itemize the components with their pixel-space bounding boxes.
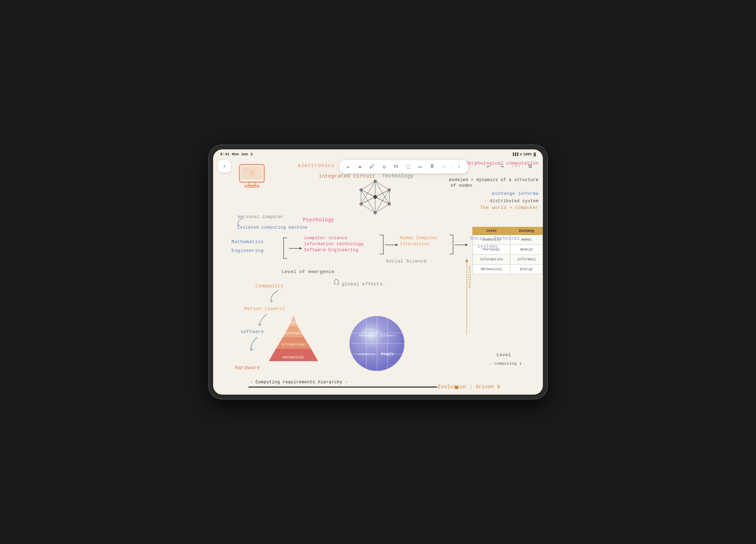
svg-text:Social: Social (288, 321, 299, 324)
redo-button[interactable]: ↪ (496, 161, 508, 172)
marker-tool[interactable]: 🖊 (368, 162, 377, 171)
network-graph (354, 178, 396, 220)
pencil-tool[interactable]: ✏ (344, 162, 353, 171)
software-label-text: software (241, 329, 264, 334)
signal-icon: ▐▐▐ (512, 153, 518, 156)
back-icon: ‹ (223, 163, 226, 169)
cs-arrow (385, 243, 399, 247)
wifi-icon: ≋ (520, 152, 522, 156)
undo-button[interactable]: ↩ (482, 161, 494, 172)
interaction-text: Interaction (400, 242, 430, 247)
progress-bar (248, 387, 437, 388)
meaning-cell: meanin (510, 245, 543, 255)
svg-line-19 (361, 181, 375, 190)
isolated-machine-text: isolated computing machine (237, 225, 308, 230)
canvas-area: mechanical informational Psychological S… (213, 149, 543, 395)
person-arrow (253, 312, 270, 326)
human-computer-text: Human Computer (400, 236, 438, 241)
level-header: Level (473, 227, 510, 235)
svg-text:Psychological: Psychological (281, 332, 306, 335)
more-options-button[interactable]: ··· (510, 161, 522, 172)
svg-text:community: community (358, 353, 375, 356)
evolution-arrow (464, 259, 470, 336)
energy-cell: Energy (510, 265, 543, 274)
pen-tool[interactable]: ✒ (356, 162, 365, 171)
the-world-computer-text: The world ≈ computer (480, 205, 539, 210)
top-right-controls: ↩ ↪ ··· ⧉ (482, 161, 536, 172)
hardware-label-text: Hardware (235, 365, 260, 371)
right-bracket-2 (448, 234, 455, 255)
software-arrow (245, 335, 262, 351)
person-text: Person (users) (244, 306, 285, 311)
informati-cell: informati (510, 255, 543, 265)
software-eng-text: Software Engineering (304, 248, 358, 253)
ipad-screen: 9:41 Mon Jun 3 ▐▐▐ ≋ 100% ▓ ‹ ✏ ✒ 🖊 ◇ Tt… (213, 149, 543, 395)
community-arrow (264, 289, 282, 303)
swirl-icon (333, 278, 342, 287)
levels-table: Level Exchang community memes Personal m… (472, 227, 543, 274)
computer-illustration (234, 163, 269, 194)
distributed-text: - distributed system (484, 199, 539, 204)
text-tool[interactable]: Tt (392, 162, 401, 171)
integrated-circuit-text: integrated circuit (319, 173, 375, 179)
svg-line-17 (361, 204, 375, 213)
globe-illustration: Hardware Software community People (347, 314, 407, 373)
computer-science-text: computer science (304, 236, 347, 241)
status-icons: ▐▐▐ ≋ 100% ▓ (512, 152, 536, 156)
battery-indicator: 100% ▓ (523, 153, 536, 156)
more-tool[interactable]: › (455, 162, 464, 171)
status-bar: 9:41 Mon Jun 3 ▐▐▐ ≋ 100% ▓ (213, 149, 543, 159)
pyramid-illustration: mechanical informational Psychological S… (265, 303, 322, 366)
eraser-tool[interactable]: ◇ (380, 162, 389, 171)
right-bracket (378, 234, 385, 255)
svg-text:People: People (381, 352, 394, 356)
systems-text: systems (477, 244, 498, 249)
bracket-arrow (289, 246, 303, 251)
svg-text:mechanical: mechanical (283, 356, 304, 359)
svg-line-16 (375, 204, 389, 213)
audio-tool[interactable]: 🎙 (428, 162, 437, 171)
exchange-info-text: exchange informa (492, 191, 539, 196)
community-label-text: community (255, 283, 284, 289)
table-row: information informati (473, 255, 543, 265)
svg-line-14 (375, 181, 389, 190)
table-row: Mechanical Energy (473, 265, 543, 274)
status-time: 9:41 Mon Jun 3 (220, 152, 253, 156)
toolbar: ✏ ✒ 🖊 ◇ Tt ⬚ ▭ 🎙 ☞ › (340, 160, 468, 173)
evolution-text: Evolution : driven b (438, 384, 501, 390)
touch-tool[interactable]: ☞ (440, 162, 449, 171)
svg-point-52 (361, 328, 379, 338)
engineering-text: Engineering (231, 248, 264, 253)
level-emergence-text: Level of emergence (282, 269, 334, 274)
left-bracket (282, 237, 289, 260)
global-effects-text: global effects. (342, 282, 386, 287)
computing-i-text: - computing i (489, 361, 522, 366)
info-tech-text: information technology (304, 242, 364, 247)
hci-arrow (455, 243, 469, 247)
ipad-frame: 9:41 Mon Jun 3 ▐▐▐ ≋ 100% ▓ ‹ ✏ ✒ 🖊 ◇ Tt… (209, 145, 547, 399)
psychology-text: Psychology (303, 217, 334, 223)
computing-req-text: - Computing requirements hierarchy - (250, 380, 348, 385)
toolbar-divider (452, 163, 452, 170)
social-science-text: Social Science (386, 259, 427, 264)
technology-text: Technology (382, 173, 414, 179)
mechanical-cell: Mechanical (473, 265, 510, 274)
back-button[interactable]: ‹ (218, 160, 231, 173)
svg-text:informational: informational (281, 343, 306, 346)
of-nodes-text: of nodes (451, 183, 472, 188)
image-tool[interactable]: ▭ (416, 162, 425, 171)
share-button[interactable]: ⧉ (525, 161, 536, 172)
information-cell: information (473, 255, 510, 265)
mathematics-text: Mathematics (231, 239, 264, 245)
svg-text:Software: Software (380, 334, 395, 338)
exchange-header: Exchang (510, 227, 543, 235)
svg-point-6 (249, 171, 255, 176)
level-text-bottom: Level (496, 352, 511, 358)
modeled-text: modeled ≈ dynamics of a structure (449, 178, 539, 183)
selection-tool[interactable]: ⬚ (404, 162, 413, 171)
electronics-text: electronics (298, 163, 335, 169)
socio-technical-text: Socio - Technical (470, 236, 520, 241)
svg-rect-3 (245, 185, 259, 187)
